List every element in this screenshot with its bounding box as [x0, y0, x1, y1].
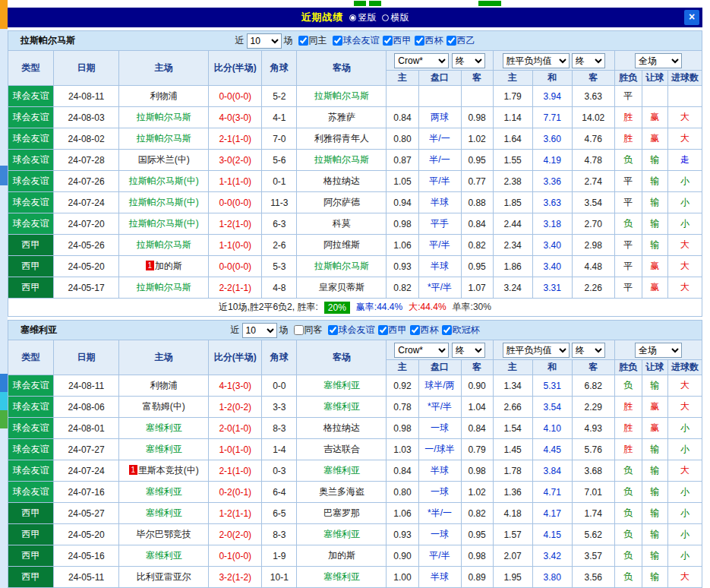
- col-result: 胜负: [614, 71, 642, 86]
- league-checkbox[interactable]: [415, 36, 424, 46]
- avg-stage-select[interactable]: 终: [572, 53, 605, 68]
- score-cell: 0-0(0-0): [209, 86, 262, 107]
- avg-draw-cell: 4.10: [532, 418, 572, 439]
- match-count-select[interactable]: 10: [247, 33, 282, 49]
- league-checkbox[interactable]: [328, 325, 338, 335]
- handicap-result-cell: 输: [642, 439, 667, 460]
- handicap-away-odds-cell: 0.98: [461, 460, 493, 482]
- match-type-cell: 球会友谊: [8, 150, 54, 171]
- same-venue-checkbox[interactable]: [298, 36, 308, 46]
- league-checkbox[interactable]: [383, 36, 393, 46]
- league-checkbox[interactable]: [447, 36, 456, 46]
- radio-unselected-icon: [382, 14, 389, 21]
- league-checkbox[interactable]: [442, 325, 452, 335]
- col-handicap-away: 客: [461, 71, 493, 86]
- close-icon[interactable]: ×: [684, 10, 699, 25]
- score-cell: 2-2(1-1): [209, 277, 262, 299]
- result-cell: 负: [614, 545, 642, 567]
- handicap-line-cell: 一球: [418, 524, 461, 545]
- league-checkbox[interactable]: [410, 325, 420, 335]
- league-checkbox[interactable]: [378, 325, 388, 335]
- team-name-text: 毕尔巴鄂竞技: [137, 529, 191, 539]
- league-checkbox[interactable]: [333, 36, 342, 46]
- score-cell: 0-0(0-0): [209, 256, 262, 277]
- odds-select-cell: Crow* 终: [387, 340, 493, 360]
- handicap-away-odds-cell: 0.98: [461, 545, 493, 567]
- league-filter[interactable]: 西杯: [412, 34, 443, 47]
- match-row: 西甲24-05-201加的斯0-0(0-0)5-3拉斯帕尔马斯0.93半球0.9…: [8, 256, 702, 277]
- match-date-cell: 24-08-03: [54, 107, 119, 128]
- league-filter[interactable]: 西甲: [380, 34, 412, 47]
- goals-result-cell: 大: [667, 277, 702, 299]
- match-type-cell: 球会友谊: [8, 418, 54, 439]
- odds-stage-select[interactable]: 终: [452, 343, 485, 358]
- match-date-cell: 24-05-11: [54, 567, 119, 588]
- handicap-away-odds-cell: 0.95: [461, 524, 493, 545]
- league-filter[interactable]: 球会友谊: [325, 324, 375, 337]
- handicap-line-cell: *半/一: [418, 503, 461, 524]
- same-venue-filter[interactable]: 同客: [291, 324, 323, 337]
- goals-result-cell: 小: [667, 482, 702, 503]
- league-filter[interactable]: 西甲: [375, 324, 407, 337]
- league-filter-label: 球会友谊: [343, 34, 380, 47]
- match-date-cell: 24-08-01: [54, 418, 119, 439]
- vertical-layout-radio[interactable]: 竖版: [349, 11, 377, 24]
- background-blue-icon: [0, 166, 8, 185]
- odds-company-select[interactable]: Crow*: [394, 343, 449, 358]
- col-handicap-line: 盘口: [418, 71, 461, 86]
- col-date: 日期: [54, 51, 119, 86]
- avg-draw-cell: 3.54: [532, 397, 572, 418]
- league-filter[interactable]: 欧冠杯: [439, 324, 480, 337]
- team-cell: 毕尔巴鄂竞技: [119, 524, 209, 545]
- match-type-cell: 西甲: [8, 503, 54, 524]
- avg-away-cell: 4.76: [572, 128, 614, 150]
- team-cell: 巴塞罗那: [297, 503, 387, 524]
- corner-cell: 4-8: [262, 277, 297, 299]
- result-cell: 胜: [614, 107, 642, 128]
- match-count-select[interactable]: 10: [242, 323, 277, 338]
- score-cell: 1-1(1-0): [209, 171, 262, 192]
- same-venue-filter[interactable]: 同主: [295, 34, 327, 47]
- handicap-home-odds-cell: 0.92: [387, 375, 418, 397]
- goals-result-cell: 大: [667, 375, 702, 397]
- team-name-text: 里斯本竞技(中): [138, 465, 199, 476]
- league-filter[interactable]: 西杯: [407, 324, 439, 337]
- team-cell: 塞维利亚: [297, 397, 387, 418]
- league-filter[interactable]: 西乙: [443, 34, 475, 47]
- handicap-result-cell: 赢: [642, 128, 667, 150]
- background-blue-icon: [0, 374, 8, 392]
- goals-result-cell: 小: [667, 418, 702, 439]
- score-cell: 0-0(0-0): [209, 192, 262, 213]
- avg-stage-select[interactable]: 终: [572, 343, 605, 358]
- same-venue-checkbox[interactable]: [294, 325, 304, 335]
- scope-select-cell: 全场: [614, 340, 702, 360]
- horizontal-layout-label: 横版: [391, 11, 409, 24]
- match-date-cell: 24-08-11: [54, 375, 119, 397]
- handicap-line-cell: 一球: [418, 418, 461, 439]
- odds-stage-select[interactable]: 终: [452, 53, 485, 68]
- scope-select[interactable]: 全场: [635, 53, 682, 68]
- team-name-text: 格拉纳达: [323, 422, 360, 433]
- radio-selected-icon: [349, 14, 356, 21]
- handicap-result-cell: 输: [642, 171, 667, 192]
- league-filter-label: 西杯: [421, 324, 439, 337]
- handicap-line-cell: 球半/两: [418, 375, 461, 397]
- odds-company-select[interactable]: Crow*: [394, 53, 449, 68]
- handicap-home-odds-cell: 0.98: [387, 418, 418, 439]
- avg-away-cell: 2.98: [572, 235, 614, 256]
- scope-select[interactable]: 全场: [635, 343, 682, 358]
- handicap-result-cell: 赢: [642, 397, 667, 418]
- league-filter[interactable]: 球会友谊: [330, 34, 380, 47]
- avg-away-cell: 1.74: [572, 503, 614, 524]
- match-date-cell: 24-07-24: [54, 192, 119, 213]
- handicap-result-cell: 输: [642, 460, 667, 482]
- match-row: 球会友谊24-07-16塞维利亚0-2(0-1)6-4奥兰多海盗0.80一球1.…: [8, 482, 702, 503]
- handicap-result-cell: 输: [642, 482, 667, 503]
- team-cell: 塞维利亚: [119, 545, 209, 567]
- avg-draw-cell: 3.18: [532, 213, 572, 235]
- horizontal-layout-radio[interactable]: 横版: [382, 11, 409, 24]
- avg-type-select[interactable]: 胜平负均值: [503, 343, 570, 358]
- team-cell: 塞维利亚: [119, 418, 209, 439]
- avg-type-select[interactable]: 胜平负均值: [503, 53, 570, 68]
- corner-cell: 1-4: [262, 439, 297, 460]
